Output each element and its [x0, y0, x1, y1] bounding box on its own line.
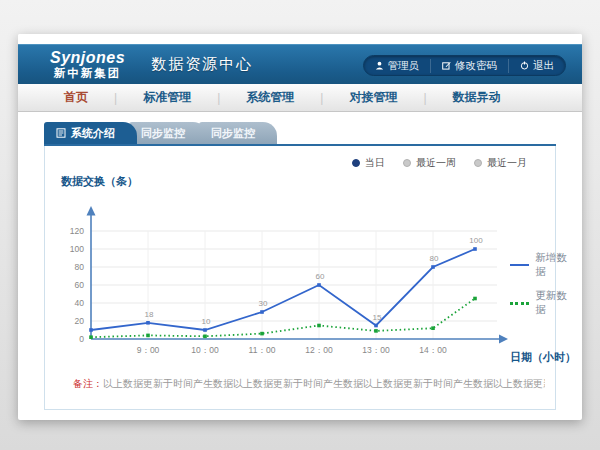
chart-right-column: 新增数据 更新数据 日期（小时）: [510, 189, 576, 367]
tab-label: 同步监控: [211, 126, 255, 141]
radio-selected-icon: [352, 159, 360, 167]
range-option-label: 当日: [365, 156, 385, 170]
data-point: [89, 328, 93, 332]
point-label: 60: [316, 272, 325, 281]
logo-title: Synjones: [50, 50, 125, 67]
radio-icon: [474, 159, 482, 167]
x-tick-label: 11：00: [249, 345, 276, 355]
app-window: Synjones 新中新集团 数据资源中心 管理员 修改密码 退出 首页| 标准…: [18, 34, 582, 420]
nav-item-interface-mgmt[interactable]: 对接管理: [323, 89, 423, 106]
x-tick-label: 14：00: [419, 345, 447, 355]
range-option-label: 最近一月: [487, 156, 527, 170]
legend-item-new-data[interactable]: 新增数据: [510, 251, 576, 279]
data-point: [203, 335, 207, 339]
app-header: Synjones 新中新集团 数据资源中心 管理员 修改密码 退出: [18, 44, 582, 84]
data-point: [374, 329, 378, 333]
nav-item-home[interactable]: 首页: [38, 89, 114, 106]
logout-button[interactable]: 退出: [508, 59, 565, 73]
tab-strip: 系统介绍 同步监控 同步监控: [44, 122, 556, 146]
green-dotted-line-icon: [510, 302, 529, 305]
y-tick-label: 0: [79, 334, 84, 344]
user-icon: [375, 61, 384, 70]
y-tick-label: 120: [70, 226, 84, 236]
data-point: [473, 297, 477, 301]
company-logo: Synjones 新中新集团: [50, 50, 125, 79]
data-point: [203, 328, 207, 332]
range-option-last-month[interactable]: 最近一月: [474, 156, 527, 170]
footnote-text: 以上数据更新于时间产生数据以上数据更新于时间产生数据以上数据更新于时间产生数据以…: [103, 378, 545, 389]
chart-panel: 当日 最近一周 最近一月 数据交换（条） 0204060801001209：00…: [44, 146, 556, 410]
data-point: [431, 265, 435, 269]
point-label: 80: [430, 254, 439, 263]
nav-item-system-mgmt[interactable]: 系统管理: [220, 89, 320, 106]
legend-label: 更新数据: [535, 289, 576, 317]
data-point: [260, 310, 264, 314]
x-axis-arrow-icon: [499, 335, 508, 344]
data-point: [317, 324, 321, 328]
x-tick-label: 10：00: [191, 345, 219, 355]
data-point: [473, 247, 477, 251]
content-area: 系统介绍 同步监控 同步监控 当日 最近一周: [18, 112, 582, 410]
legend-item-updated-data[interactable]: 更新数据: [510, 289, 576, 317]
tab-label: 同步监控: [141, 126, 185, 141]
y-tick-label: 80: [75, 262, 85, 272]
data-point: [146, 334, 150, 338]
point-label: 30: [259, 299, 268, 308]
y-axis-arrow-icon: [87, 206, 96, 216]
data-point: [146, 321, 150, 325]
change-password-button[interactable]: 修改密码: [430, 59, 508, 73]
y-tick-label: 60: [75, 280, 85, 290]
power-icon: [520, 61, 529, 70]
range-option-today[interactable]: 当日: [352, 156, 385, 170]
point-label: 15: [373, 313, 382, 322]
tab-sync-monitor-2[interactable]: 同步监控: [199, 122, 277, 144]
y-tick-label: 40: [75, 298, 85, 308]
window-top-strip: [18, 34, 582, 44]
x-tick-label: 13：00: [362, 345, 390, 355]
x-axis-title: 日期（小时）: [510, 350, 576, 365]
chart-legend: 新增数据 更新数据: [510, 251, 576, 317]
legend-label: 新增数据: [535, 251, 576, 279]
user-menu: 管理员 修改密码 退出: [363, 55, 567, 76]
data-point: [260, 332, 264, 336]
line-chart: 0204060801001209：0010：0011：0012：0013：001…: [55, 189, 510, 367]
user-label: 管理员: [388, 59, 420, 73]
main-nav: 首页| 标准管理| 系统管理| 对接管理| 数据异动: [18, 84, 582, 112]
x-tick-label: 9：00: [137, 345, 160, 355]
footnote-label: 备注：: [73, 378, 103, 389]
nav-item-standard-mgmt[interactable]: 标准管理: [117, 89, 217, 106]
tab-sync-monitor-1[interactable]: 同步监控: [129, 122, 207, 144]
tab-label: 系统介绍: [71, 126, 115, 141]
point-label: 100: [469, 236, 483, 245]
logout-label: 退出: [533, 59, 554, 73]
tab-system-intro[interactable]: 系统介绍: [44, 122, 137, 144]
document-icon: [56, 128, 66, 138]
chart-row: 0204060801001209：0010：0011：0012：0013：001…: [55, 189, 545, 367]
range-filter: 当日 最近一周 最近一月: [55, 152, 545, 172]
y-tick-label: 20: [75, 316, 85, 326]
x-tick-label: 12：00: [305, 345, 333, 355]
page-title: 数据资源中心: [151, 55, 253, 74]
data-point: [89, 335, 93, 339]
logo-subtitle: 新中新集团: [54, 67, 122, 79]
y-axis-title: 数据交换（条）: [61, 174, 545, 189]
point-label: 18: [145, 310, 154, 319]
data-point: [374, 324, 378, 328]
y-tick-label: 100: [70, 244, 84, 254]
data-point: [317, 283, 321, 287]
blue-line-icon: [510, 264, 529, 266]
point-label: 10: [202, 317, 211, 326]
data-point: [431, 326, 435, 330]
user-button[interactable]: 管理员: [364, 59, 431, 73]
edit-icon: [442, 61, 451, 70]
range-option-last-week[interactable]: 最近一周: [403, 156, 456, 170]
footnote: 备注：以上数据更新于时间产生数据以上数据更新于时间产生数据以上数据更新于时间产生…: [73, 377, 545, 391]
change-password-label: 修改密码: [455, 59, 497, 73]
radio-icon: [403, 159, 411, 167]
range-option-label: 最近一周: [416, 156, 456, 170]
nav-item-data-change[interactable]: 数据异动: [427, 89, 527, 106]
